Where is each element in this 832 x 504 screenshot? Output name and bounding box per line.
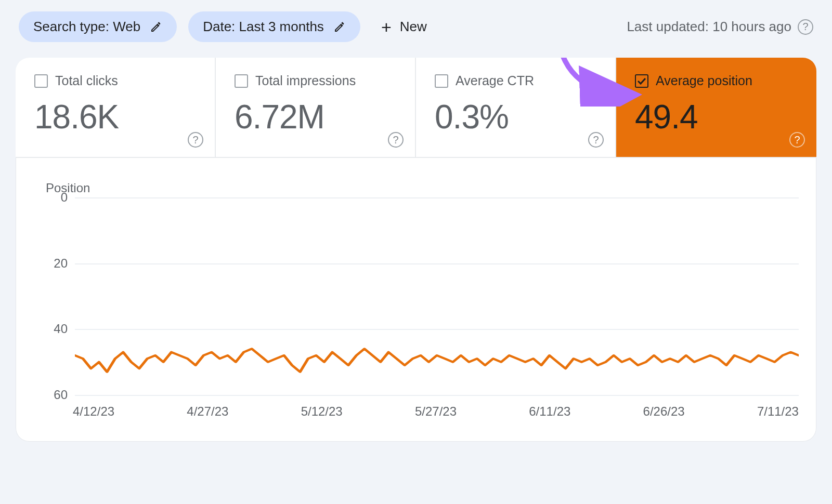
help-icon[interactable]: ? <box>789 132 805 148</box>
y-axis-title: Position <box>46 181 799 195</box>
plus-icon: + <box>381 18 392 36</box>
y-tick-label: 60 <box>35 388 68 402</box>
pencil-icon <box>150 21 162 33</box>
help-icon[interactable]: ? <box>188 132 203 148</box>
new-filter-label: New <box>400 19 427 35</box>
line-chart[interactable]: 0204060 <box>35 197 799 395</box>
help-icon[interactable]: ? <box>588 132 604 148</box>
checkbox-checked-icon <box>635 74 648 88</box>
gridline <box>75 395 799 396</box>
help-icon[interactable]: ? <box>798 19 813 35</box>
chip-search-type[interactable]: Search type: Web <box>19 11 177 42</box>
metric-value: 49.4 <box>635 98 801 136</box>
metric-label: Average CTR <box>456 73 534 88</box>
metric-value: 6.72M <box>235 98 399 136</box>
metric-value: 0.3% <box>435 98 600 136</box>
checkbox-unchecked-icon <box>235 74 248 88</box>
x-tick-label: 7/11/23 <box>757 404 799 419</box>
gridline <box>75 197 799 198</box>
performance-panel: Total clicks 18.6K ? Total impressions 6… <box>16 58 816 442</box>
metric-label: Average position <box>656 73 752 88</box>
help-icon[interactable]: ? <box>388 132 404 148</box>
x-tick-label: 6/11/23 <box>529 404 570 419</box>
gridline <box>75 263 799 264</box>
checkbox-unchecked-icon <box>435 74 448 88</box>
y-tick-label: 40 <box>35 322 68 336</box>
metrics-row: Total clicks 18.6K ? Total impressions 6… <box>16 58 816 158</box>
metric-total-impressions[interactable]: Total impressions 6.72M ? <box>216 58 416 157</box>
last-updated: Last updated: 10 hours ago ? <box>627 19 813 35</box>
x-tick-label: 6/26/23 <box>643 404 685 419</box>
last-updated-text: Last updated: 10 hours ago <box>627 19 791 35</box>
metric-value: 18.6K <box>34 98 199 136</box>
x-tick-label: 4/27/23 <box>187 404 228 419</box>
metric-average-position[interactable]: Average position 49.4 ? <box>616 58 816 157</box>
filter-bar: Search type: Web Date: Last 3 months + N… <box>16 7 816 58</box>
metric-label: Total impressions <box>255 73 356 88</box>
x-tick-label: 5/12/23 <box>301 404 343 419</box>
chip-search-type-label: Search type: Web <box>33 19 140 35</box>
pencil-icon <box>333 21 346 33</box>
y-tick-label: 0 <box>35 190 68 205</box>
chip-date-range[interactable]: Date: Last 3 months <box>188 11 360 42</box>
y-tick-label: 20 <box>35 256 68 271</box>
new-filter-button[interactable]: + New <box>372 12 436 42</box>
metric-average-ctr[interactable]: Average CTR 0.3% ? <box>416 58 616 157</box>
metric-label: Total clicks <box>55 73 118 88</box>
checkbox-unchecked-icon <box>34 74 48 88</box>
chart-area: Position 0204060 4/12/234/27/235/12/235/… <box>16 158 816 442</box>
gridline <box>75 329 799 330</box>
metric-total-clicks[interactable]: Total clicks 18.6K ? <box>16 58 216 157</box>
chip-date-range-label: Date: Last 3 months <box>203 19 324 35</box>
x-tick-label: 4/12/23 <box>73 404 114 419</box>
x-tick-label: 5/27/23 <box>415 404 457 419</box>
x-axis: 4/12/234/27/235/12/235/27/236/11/236/26/… <box>73 404 799 419</box>
